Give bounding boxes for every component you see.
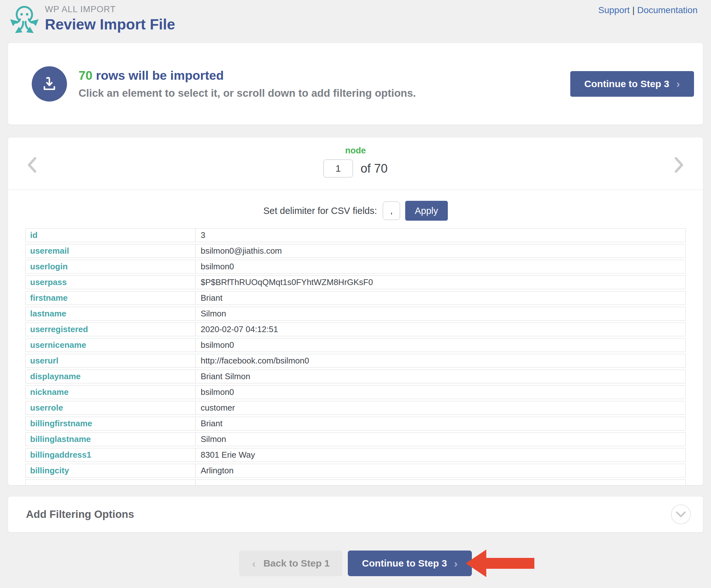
- table-row[interactable]: lastname Silmon: [25, 307, 686, 321]
- field-value: [196, 480, 685, 485]
- table-row[interactable]: billingcity Arlington: [25, 464, 686, 477]
- field-name[interactable]: userrole: [26, 401, 196, 414]
- table-row[interactable]: useremail bsilmon0@jiathis.com: [25, 244, 686, 258]
- import-summary-banner: 70 rows will be imported Click an elemen…: [8, 43, 703, 125]
- field-value[interactable]: $P$BRfThRUOqQMqt1s0FYhtWZM8HrGKsF0: [196, 276, 685, 289]
- add-filtering-options-section[interactable]: Add Filtering Options: [8, 496, 703, 533]
- expand-filtering-button[interactable]: [671, 504, 691, 524]
- node-label: node: [345, 146, 366, 156]
- filtering-title: Add Filtering Options: [26, 508, 671, 520]
- table-row[interactable]: userlogin bsilmon0: [25, 260, 686, 273]
- node-number-input[interactable]: [323, 159, 353, 177]
- field-name[interactable]: userlogin: [26, 260, 196, 273]
- documentation-link[interactable]: Documentation: [637, 5, 697, 15]
- chevron-right-icon: ›: [454, 557, 457, 570]
- field-name[interactable]: userurl: [26, 354, 196, 367]
- page-header: WP ALL IMPORT Review Import File Support…: [0, 0, 711, 36]
- node-navigator: node of 70: [8, 137, 703, 190]
- previous-node-button[interactable]: [25, 156, 39, 174]
- import-download-icon: [32, 66, 67, 101]
- field-name[interactable]: firstname: [26, 291, 196, 304]
- field-value[interactable]: 8301 Erie Way: [196, 448, 685, 461]
- field-name[interactable]: usernicename: [26, 339, 196, 352]
- field-value[interactable]: bsilmon0: [196, 386, 685, 399]
- field-value[interactable]: 2020-02-07 04:12:51: [196, 323, 685, 336]
- chevron-right-icon: ›: [676, 77, 680, 90]
- table-row[interactable]: userregistered 2020-02-07 04:12:51: [25, 322, 686, 336]
- field-name[interactable]: billingcity: [26, 464, 196, 477]
- chevron-left-icon: ‹: [252, 557, 256, 570]
- field-value[interactable]: bsilmon0@jiathis.com: [196, 244, 685, 257]
- table-row[interactable]: userpass $P$BRfThRUOqQMqt1s0FYhtWZM8HrGK…: [25, 275, 686, 289]
- rows-imported-title: 70 rows will be imported: [79, 69, 570, 83]
- delimiter-label: Set delimiter for CSV fields:: [263, 206, 377, 216]
- rows-title-rest: rows will be imported: [92, 69, 224, 82]
- support-link[interactable]: Support: [598, 5, 630, 15]
- table-row[interactable]: displayname Briant Silmon: [25, 369, 686, 383]
- field-name[interactable]: userregistered: [26, 323, 196, 336]
- table-row[interactable]: billingaddress1 8301 Erie Way: [25, 448, 686, 462]
- field-value[interactable]: bsilmon0: [196, 260, 685, 273]
- field-name[interactable]: billinglastname: [26, 433, 196, 446]
- field-name: [26, 480, 196, 485]
- field-name[interactable]: billingaddress1: [26, 448, 196, 461]
- continue-step3-button-top[interactable]: Continue to Step 3 ›: [570, 71, 694, 97]
- delimiter-input[interactable]: [383, 201, 400, 220]
- table-row-partial: [25, 479, 686, 485]
- octopus-logo-icon: [8, 3, 40, 37]
- back-step1-button[interactable]: ‹ Back to Step 1: [239, 550, 342, 576]
- field-value[interactable]: Briant Silmon: [196, 370, 685, 383]
- file-preview-card: node of 70 Set delimiter for CSV fields:…: [8, 137, 703, 485]
- apply-delimiter-button[interactable]: Apply: [405, 201, 448, 221]
- red-arrow-left-annotation: [466, 547, 534, 579]
- field-value[interactable]: Arlington: [196, 464, 685, 477]
- table-row[interactable]: nickname bsilmon0: [25, 385, 686, 399]
- field-value[interactable]: Briant: [196, 417, 685, 430]
- field-name[interactable]: useremail: [26, 244, 196, 257]
- rows-count: 70: [79, 69, 92, 82]
- brand-name: WP ALL IMPORT: [45, 4, 175, 15]
- continue-step3-button-bottom[interactable]: Continue to Step 3 ›: [348, 550, 472, 576]
- table-row[interactable]: userurl http://facebook.com/bsilmon0: [25, 354, 686, 368]
- table-row[interactable]: billinglastname Silmon: [25, 432, 686, 446]
- chevron-left-icon: [25, 156, 39, 174]
- links-separator: |: [632, 5, 634, 15]
- banner-subtitle: Click an element to select it, or scroll…: [79, 87, 570, 99]
- next-node-button[interactable]: [672, 156, 686, 174]
- node-total-label: of 70: [361, 162, 388, 176]
- record-table: id 3 useremail bsilmon0@jiathis.com user…: [25, 228, 686, 485]
- header-links: Support|Documentation: [598, 5, 697, 15]
- table-row[interactable]: billingfirstname Briant: [25, 417, 686, 430]
- table-row[interactable]: usernicename bsilmon0: [25, 338, 686, 352]
- csv-delimiter-row: Set delimiter for CSV fields: Apply: [8, 201, 703, 221]
- field-name[interactable]: billingfirstname: [26, 417, 196, 430]
- page-title: Review Import File: [45, 16, 175, 33]
- field-name[interactable]: id: [26, 229, 196, 242]
- chevron-down-icon: [675, 511, 686, 518]
- field-name[interactable]: nickname: [26, 386, 196, 399]
- table-row[interactable]: firstname Briant: [25, 291, 686, 305]
- field-value[interactable]: 3: [196, 229, 685, 242]
- field-value[interactable]: Silmon: [196, 307, 685, 320]
- field-name[interactable]: lastname: [26, 307, 196, 320]
- field-value[interactable]: bsilmon0: [196, 339, 685, 352]
- field-value[interactable]: Briant: [196, 291, 685, 304]
- field-value[interactable]: http://facebook.com/bsilmon0: [196, 354, 685, 367]
- table-row[interactable]: id 3: [25, 228, 686, 242]
- field-value[interactable]: customer: [196, 401, 685, 414]
- table-row[interactable]: userrole customer: [25, 401, 686, 415]
- field-name[interactable]: displayname: [26, 370, 196, 383]
- chevron-right-icon: [672, 156, 686, 174]
- wizard-footer: ‹ Back to Step 1 Continue to Step 3 ›: [0, 550, 711, 576]
- field-value[interactable]: Silmon: [196, 433, 685, 446]
- field-name[interactable]: userpass: [26, 276, 196, 289]
